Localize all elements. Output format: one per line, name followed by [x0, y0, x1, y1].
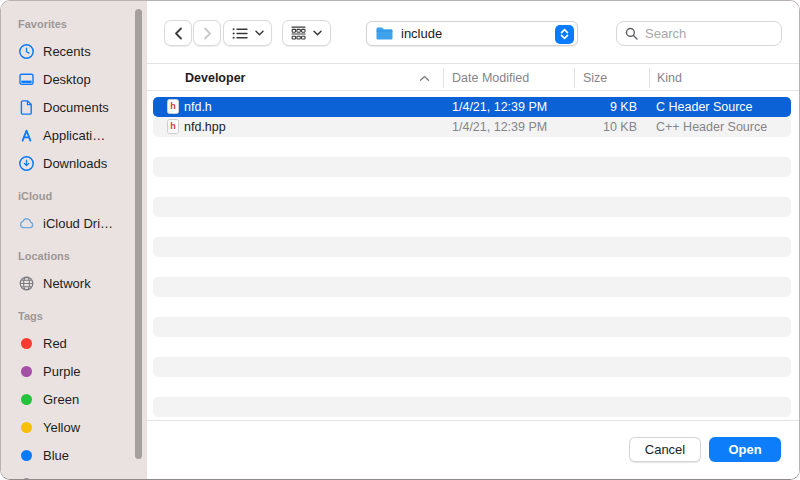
chevron-down-icon — [313, 30, 322, 36]
section-header-tags: Tags — [18, 310, 147, 323]
folder-popup-value: include — [401, 26, 442, 41]
sidebar-item-label: iCloud Dri… — [43, 216, 113, 231]
section-header-icloud: iCloud — [18, 190, 147, 203]
sidebar-item-label: Green — [43, 392, 79, 407]
file-size: 9 KB — [610, 97, 637, 117]
empty-row — [153, 237, 791, 257]
sidebar-item-icloud-drive[interactable]: iCloud Dri… — [18, 209, 147, 237]
forward-button[interactable] — [193, 20, 221, 46]
list-view-icon — [232, 27, 248, 40]
empty-row — [153, 257, 791, 277]
file-row-nfd-hpp[interactable]: h nfd.hpp 1/4/21, 12:39 PM 10 KB C++ Hea… — [153, 117, 791, 137]
sidebar-section-icloud: iCloud iCloud Dri… — [18, 190, 147, 237]
back-button[interactable] — [164, 20, 192, 46]
document-icon — [18, 99, 35, 116]
empty-row — [153, 337, 791, 357]
sidebar-scrollbar[interactable] — [135, 9, 142, 459]
empty-row — [153, 137, 791, 157]
sidebar-item-all-tags[interactable]: All Tags — [18, 469, 147, 480]
file-kind: C Header Source — [656, 97, 753, 117]
empty-row — [153, 197, 791, 217]
c-header-file-icon: h — [167, 99, 179, 114]
back-chevron-icon — [174, 27, 183, 40]
sidebar-item-tag-purple[interactable]: Purple — [18, 357, 147, 385]
folder-popup-button[interactable]: include — [366, 21, 578, 46]
desktop-icon — [18, 71, 35, 88]
folder-icon — [375, 26, 394, 41]
sidebar: Favorites Recents Desktop Documents Appl… — [1, 1, 147, 479]
sidebar-item-label: Purple — [43, 364, 81, 379]
download-circle-icon — [18, 155, 35, 172]
sidebar-item-tag-yellow[interactable]: Yellow — [18, 413, 147, 441]
sidebar-item-label: Documents — [43, 100, 109, 115]
clock-icon — [18, 43, 35, 60]
open-file-dialog: Favorites Recents Desktop Documents Appl… — [0, 0, 800, 480]
sidebar-item-desktop[interactable]: Desktop — [18, 65, 147, 93]
sidebar-item-label: Applicati… — [43, 128, 105, 143]
popup-stepper-icon — [555, 25, 574, 44]
main-panel: include Developer Date Modified Size Kin… — [147, 1, 799, 479]
sidebar-item-network[interactable]: Network — [18, 269, 147, 297]
file-date-modified: 1/4/21, 12:39 PM — [452, 97, 547, 117]
file-list: h nfd.h 1/4/21, 12:39 PM 9 KB C Header S… — [147, 92, 799, 422]
sidebar-item-label: Downloads — [43, 156, 107, 171]
file-name: nfd.hpp — [184, 117, 226, 137]
empty-row — [153, 157, 791, 177]
sidebar-item-documents[interactable]: Documents — [18, 93, 147, 121]
sidebar-section-locations: Locations Network — [18, 250, 147, 297]
empty-row — [153, 317, 791, 337]
sidebar-section-tags: Tags Red Purple Green Yellow Blue — [18, 310, 147, 480]
empty-row — [153, 377, 791, 397]
purple-tag-icon — [21, 366, 32, 377]
sidebar-item-label: Recents — [43, 44, 91, 59]
cancel-button[interactable]: Cancel — [629, 437, 701, 462]
sidebar-section-favorites: Favorites Recents Desktop Documents Appl… — [18, 18, 147, 177]
column-headers: Developer Date Modified Size Kind — [147, 65, 799, 91]
sidebar-item-applications[interactable]: Applicati… — [18, 121, 147, 149]
column-header-kind[interactable]: Kind — [657, 71, 682, 85]
red-tag-icon — [21, 338, 32, 349]
column-divider — [649, 68, 650, 88]
cpp-header-file-icon: h — [167, 119, 179, 134]
search-field[interactable] — [616, 21, 782, 46]
sidebar-item-label: Network — [43, 276, 91, 291]
empty-row — [153, 357, 791, 377]
empty-row — [153, 277, 791, 297]
sidebar-item-tag-blue[interactable]: Blue — [18, 441, 147, 469]
sidebar-item-tag-green[interactable]: Green — [18, 385, 147, 413]
search-icon — [625, 27, 638, 40]
sidebar-item-recents[interactable]: Recents — [18, 37, 147, 65]
column-header-size[interactable]: Size — [583, 71, 607, 85]
file-size: 10 KB — [603, 117, 637, 137]
search-input[interactable] — [643, 25, 768, 42]
sidebar-item-label: Desktop — [43, 72, 91, 87]
sidebar-item-label: All Tags — [43, 476, 88, 480]
sidebar-item-tag-red[interactable]: Red — [18, 329, 147, 357]
section-header-favorites: Favorites — [18, 18, 147, 31]
section-header-locations: Locations — [18, 250, 147, 263]
open-button[interactable]: Open — [709, 437, 781, 462]
empty-row — [153, 297, 791, 317]
file-kind: C++ Header Source — [656, 117, 767, 137]
sort-ascending-icon — [419, 75, 430, 82]
blue-tag-icon — [21, 450, 32, 461]
green-tag-icon — [21, 394, 32, 405]
empty-row — [153, 397, 791, 417]
group-view-button[interactable] — [282, 20, 331, 46]
sidebar-item-downloads[interactable]: Downloads — [18, 149, 147, 177]
column-header-name[interactable]: Developer — [185, 71, 245, 85]
column-header-date-modified[interactable]: Date Modified — [452, 71, 529, 85]
sidebar-item-label: Yellow — [43, 420, 80, 435]
cloud-icon — [18, 215, 35, 232]
list-view-button[interactable] — [223, 20, 272, 46]
file-name: nfd.h — [184, 97, 212, 117]
toolbar: include — [147, 1, 799, 64]
yellow-tag-icon — [21, 422, 32, 433]
forward-chevron-icon — [203, 27, 212, 40]
column-divider — [443, 68, 444, 88]
file-row-nfd-h[interactable]: h nfd.h 1/4/21, 12:39 PM 9 KB C Header S… — [153, 97, 791, 117]
column-divider — [574, 68, 575, 88]
sidebar-item-label: Red — [43, 336, 67, 351]
chevron-down-icon — [255, 30, 264, 36]
sidebar-item-label: Blue — [43, 448, 69, 463]
